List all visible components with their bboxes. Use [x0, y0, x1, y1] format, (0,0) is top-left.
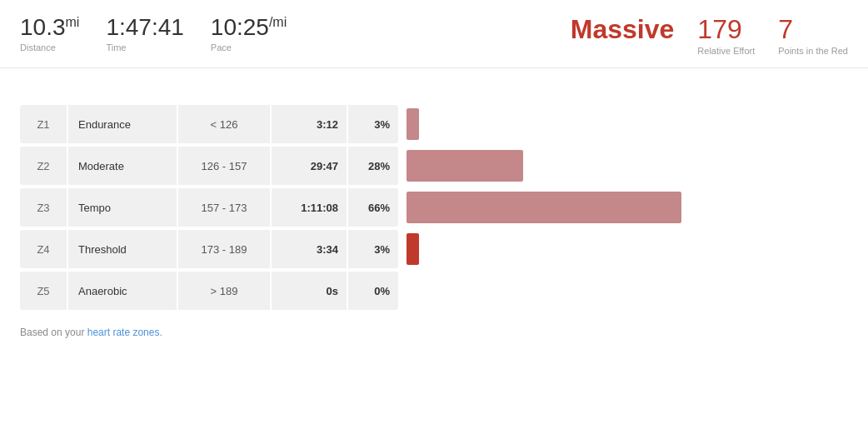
zone-label: Z1: [20, 105, 67, 143]
zone-name: Tempo: [68, 188, 177, 227]
zone-time: 29:47: [272, 147, 347, 185]
hr-row-z1: Z1 Endurance < 126 3:12 3%: [20, 105, 848, 143]
stat-item-pace: 10:25/mi Pace: [211, 15, 287, 52]
points-red-group: 7 Points in the Red: [778, 15, 848, 56]
stat-value: 1:47:41: [106, 15, 183, 41]
footer-text-before: Based on your: [20, 327, 87, 338]
stat-value: 10:25/mi: [211, 15, 287, 41]
stat-label: Distance: [20, 42, 79, 52]
zone-time: 3:12: [272, 105, 347, 143]
zone-time: 3:34: [272, 230, 347, 268]
zone-pct: 3%: [348, 230, 398, 268]
zone-time: 0s: [272, 272, 347, 310]
zone-pct: 66%: [348, 188, 398, 227]
zone-pct: 0%: [348, 272, 398, 310]
bar-fill: [407, 108, 419, 140]
zone-range: 157 - 173: [178, 188, 270, 227]
zone-label: Z3: [20, 188, 67, 227]
zone-range: 173 - 189: [178, 230, 270, 268]
relative-effort-label: Relative Effort: [697, 46, 755, 56]
hr-row-z4: Z4 Threshold 173 - 189 3:34 3%: [20, 230, 848, 268]
bar-fill: [407, 150, 523, 182]
zone-range: < 126: [178, 105, 270, 143]
zone-label: Z4: [20, 230, 67, 268]
heart-rate-zones-link[interactable]: heart rate zones.: [87, 327, 162, 338]
hr-row-z3: Z3 Tempo 157 - 173 1:11:08 66%: [20, 188, 848, 227]
zone-range: > 189: [178, 272, 270, 310]
hr-row-z5: Z5 Anaerobic > 189 0s 0%: [20, 272, 848, 310]
zone-pct: 3%: [348, 105, 398, 143]
zone-time: 1:11:08: [272, 188, 347, 227]
bar-fill: [407, 233, 419, 265]
zone-bar: [407, 105, 848, 143]
header-right: Massive 179 Relative Effort 7 Points in …: [571, 15, 848, 56]
zone-bar: [407, 272, 848, 310]
zone-pct: 28%: [348, 147, 398, 185]
zone-label: Z2: [20, 147, 67, 185]
main-content: Z1 Endurance < 126 3:12 3% Z2 Moderate 1…: [0, 68, 868, 352]
stat-value: 10.3mi: [20, 15, 79, 41]
points-red-value: 7: [778, 15, 848, 44]
zone-bar: [407, 147, 848, 185]
hr-table: Z1 Endurance < 126 3:12 3% Z2 Moderate 1…: [20, 105, 848, 310]
relative-effort-group: 179 Relative Effort: [697, 15, 755, 56]
header: 10.3mi Distance 1:47:41 Time 10:25/mi Pa…: [0, 0, 868, 68]
zone-name: Moderate: [68, 147, 177, 185]
stat-label: Pace: [211, 42, 287, 52]
zone-name: Anaerobic: [68, 272, 177, 310]
zone-range: 126 - 157: [178, 147, 270, 185]
effort-label: Massive: [571, 15, 675, 44]
stat-label: Time: [106, 42, 183, 52]
footer-note: Based on your heart rate zones.: [20, 327, 848, 338]
bar-fill: [407, 192, 681, 223]
stat-item-time: 1:47:41 Time: [106, 15, 183, 52]
points-red-label: Points in the Red: [778, 46, 848, 56]
stats-group: 10.3mi Distance 1:47:41 Time 10:25/mi Pa…: [20, 15, 571, 52]
hr-row-z2: Z2 Moderate 126 - 157 29:47 28%: [20, 147, 848, 185]
zone-name: Endurance: [68, 105, 177, 143]
zone-bar: [407, 188, 848, 227]
effort-label-group: Massive: [571, 15, 675, 44]
zone-name: Threshold: [68, 230, 177, 268]
zone-bar: [407, 230, 848, 268]
zone-label: Z5: [20, 272, 67, 310]
stat-item-distance: 10.3mi Distance: [20, 15, 79, 52]
relative-effort-value: 179: [697, 15, 755, 44]
